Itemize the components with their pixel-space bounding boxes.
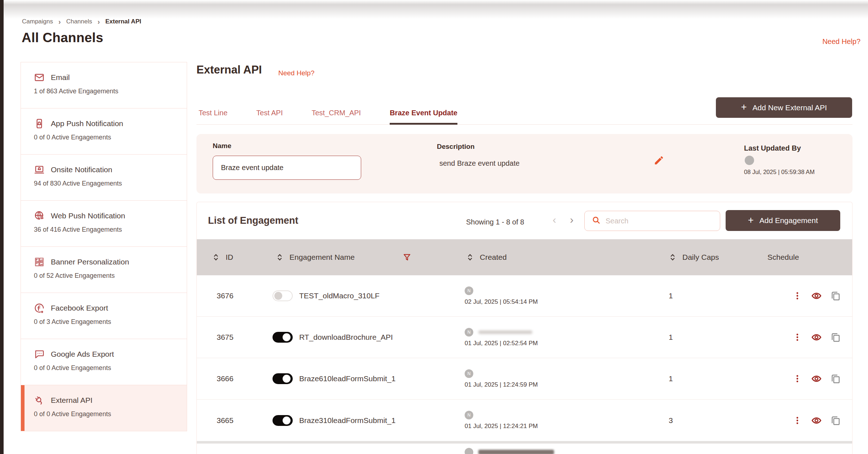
enable-toggle[interactable] bbox=[273, 373, 293, 384]
name-label: Name bbox=[213, 142, 231, 150]
engagement-name: TEST_oldMacro_310LF bbox=[299, 291, 380, 300]
toggle-knob bbox=[274, 292, 282, 300]
daily-caps-value: 1 bbox=[660, 333, 750, 342]
need-help-link-top[interactable]: Need Help? bbox=[822, 37, 860, 46]
created-timestamp: 01 Jul, 2025 | 12:24:59 PM bbox=[465, 381, 660, 388]
banner-icon bbox=[34, 257, 45, 267]
sidebar-item-stats: 0 of 52 Active Engagements bbox=[34, 272, 183, 280]
sidebar-item-web-push[interactable]: Web Push Notification 36 of 416 Active E… bbox=[21, 200, 187, 247]
engagement-name: Braze310leadFormSubmit_1 bbox=[299, 416, 395, 425]
page-prev-icon[interactable]: ‹ bbox=[553, 214, 556, 225]
creator-avatar: N bbox=[465, 286, 473, 295]
column-header-id[interactable]: ID bbox=[226, 253, 233, 262]
engagement-id: 3675 bbox=[197, 333, 267, 342]
column-header-created[interactable]: Created bbox=[480, 253, 507, 262]
email-icon bbox=[34, 72, 45, 83]
sidebar-item-google-ads-export[interactable]: Google Ads Export 0 of 0 Active Engageme… bbox=[21, 339, 187, 385]
breadcrumb: Campaigns › Channels › External API bbox=[22, 18, 141, 25]
breadcrumb-channels[interactable]: Channels bbox=[66, 18, 92, 25]
row-menu-icon[interactable] bbox=[792, 290, 803, 301]
plus-icon: + bbox=[741, 102, 747, 112]
copy-icon[interactable] bbox=[830, 290, 841, 301]
row-menu-icon[interactable] bbox=[792, 415, 803, 426]
add-new-external-api-button[interactable]: + Add New External API bbox=[716, 97, 852, 118]
collapsed-nav-strip[interactable] bbox=[0, 0, 4, 454]
table-row: 3675 RT_downloadBrochure_API N 01 Jul, 2… bbox=[197, 317, 852, 358]
need-help-link-section[interactable]: Need Help? bbox=[278, 69, 314, 77]
name-input[interactable] bbox=[213, 156, 361, 180]
page-next-icon[interactable]: › bbox=[570, 214, 574, 225]
sort-icon[interactable] bbox=[668, 253, 677, 262]
sidebar-item-stats: 94 of 830 Active Engagements bbox=[34, 180, 183, 187]
sidebar-item-email[interactable]: Email 1 of 863 Active Engagements bbox=[21, 62, 187, 108]
page-title: All Channels bbox=[22, 30, 103, 45]
sidebar-item-stats: 0 of 0 Active Engagements bbox=[34, 410, 183, 418]
creator-avatar: N bbox=[465, 411, 473, 419]
view-eye-icon[interactable] bbox=[811, 373, 822, 384]
sidebar-item-stats: 36 of 416 Active Engagements bbox=[34, 226, 183, 233]
creator-avatar bbox=[465, 448, 473, 454]
breadcrumb-campaigns[interactable]: Campaigns bbox=[22, 18, 53, 25]
view-eye-icon[interactable] bbox=[811, 332, 822, 343]
redacted-creator-name bbox=[478, 330, 532, 334]
channels-sidebar: Email 1 of 863 Active Engagements App Pu… bbox=[21, 62, 187, 431]
description-value: send Braze event update bbox=[439, 159, 519, 168]
sort-icon[interactable] bbox=[465, 253, 475, 262]
column-header-engagement-name[interactable]: Engagement Name bbox=[289, 253, 355, 262]
section-title-external-api: External API bbox=[196, 63, 262, 76]
add-engagement-button[interactable]: + Add Engagement bbox=[726, 210, 840, 231]
search-input[interactable] bbox=[606, 217, 707, 225]
view-eye-icon[interactable] bbox=[811, 290, 822, 301]
enable-toggle[interactable] bbox=[273, 332, 293, 343]
tab-test-crm-api[interactable]: Test_CRM_API bbox=[311, 102, 361, 125]
copy-icon[interactable] bbox=[830, 415, 841, 426]
external-api-icon bbox=[34, 395, 45, 406]
engagement-id: 3676 bbox=[197, 291, 267, 300]
sort-icon[interactable] bbox=[211, 253, 221, 262]
daily-caps-value: 1 bbox=[660, 291, 750, 300]
sidebar-item-stats: 0 of 0 Active Engagements bbox=[34, 134, 183, 141]
sidebar-item-label: Google Ads Export bbox=[51, 350, 114, 359]
onsite-notification-icon bbox=[34, 164, 45, 175]
toggle-knob bbox=[283, 417, 291, 424]
sort-icon[interactable] bbox=[275, 253, 284, 262]
sidebar-item-external-api[interactable]: External API 0 of 0 Active Engagements bbox=[21, 385, 187, 431]
partial-creator-name bbox=[478, 450, 554, 454]
created-timestamp: 01 Jul, 2025 | 12:24:21 PM bbox=[465, 423, 660, 430]
sidebar-item-banner-personalization[interactable]: Banner Personalization 0 of 52 Active En… bbox=[21, 246, 187, 293]
edit-pencil-icon[interactable] bbox=[654, 155, 664, 166]
enable-toggle[interactable] bbox=[273, 415, 293, 426]
tab-test-api[interactable]: Test API bbox=[256, 102, 283, 125]
created-timestamp: 02 Jul, 2025 | 05:54:14 PM bbox=[465, 298, 660, 306]
table-row: 3665 Braze310leadFormSubmit_1 N 01 Jul, … bbox=[197, 400, 852, 441]
view-eye-icon[interactable] bbox=[811, 415, 822, 426]
engagement-list-section: List of Engagement Showing 1 - 8 of 8 ‹ … bbox=[196, 202, 852, 454]
engagement-name: Braze610leadFormSubmit_1 bbox=[299, 374, 395, 383]
sidebar-item-facebook-export[interactable]: Facebook Export 0 of 3 Active Engagement… bbox=[21, 293, 187, 339]
column-header-schedule: Schedule bbox=[767, 253, 799, 262]
description-label: Description bbox=[437, 143, 475, 151]
tab-test-line[interactable]: Test Line bbox=[199, 102, 227, 125]
app-push-icon bbox=[34, 118, 45, 129]
creator-avatar: N bbox=[465, 328, 473, 337]
filter-funnel-icon[interactable] bbox=[402, 253, 412, 262]
creator-avatar: N bbox=[465, 369, 473, 378]
copy-icon[interactable] bbox=[830, 332, 841, 343]
copy-icon[interactable] bbox=[830, 373, 841, 384]
sidebar-item-label: Email bbox=[51, 73, 70, 82]
row-menu-icon[interactable] bbox=[792, 332, 803, 343]
tab-braze-event-update[interactable]: Braze Event Update bbox=[390, 102, 457, 125]
sidebar-item-onsite-notification[interactable]: Onsite Notification 94 of 830 Active Eng… bbox=[21, 154, 187, 201]
engagement-name: RT_downloadBrochure_API bbox=[299, 333, 393, 342]
chevron-right-icon: › bbox=[98, 18, 100, 25]
row-menu-icon[interactable] bbox=[792, 373, 803, 384]
enable-toggle[interactable] bbox=[273, 290, 293, 301]
avatar bbox=[745, 156, 754, 165]
column-header-daily-caps[interactable]: Daily Caps bbox=[682, 253, 719, 262]
sidebar-item-label: Web Push Notification bbox=[51, 212, 125, 220]
table-row: 3676 TEST_oldMacro_310LF N 02 Jul, 2025 … bbox=[197, 275, 852, 317]
search-box[interactable] bbox=[584, 211, 720, 231]
sidebar-item-app-push[interactable]: App Push Notification 0 of 0 Active Enga… bbox=[21, 108, 187, 155]
sidebar-item-label: Banner Personalization bbox=[51, 258, 129, 266]
search-icon bbox=[592, 215, 601, 226]
